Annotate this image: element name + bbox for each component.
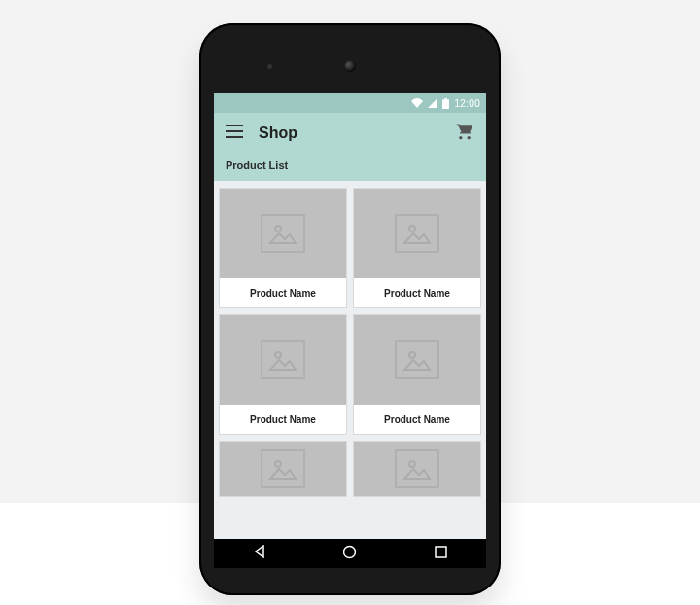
- image-placeholder-icon: [261, 340, 305, 379]
- home-icon: [342, 545, 357, 563]
- wifi-icon: [411, 98, 423, 108]
- product-card[interactable]: Product Name: [353, 441, 481, 497]
- menu-icon: [226, 125, 243, 142]
- product-name: Product Name: [220, 405, 346, 434]
- cart-button[interactable]: [453, 122, 476, 145]
- product-thumbnail: [220, 315, 346, 405]
- svg-point-5: [409, 352, 415, 358]
- svg-point-8: [344, 546, 356, 557]
- page-title: Shop: [259, 125, 453, 142]
- product-thumbnail: [354, 189, 480, 278]
- image-placeholder-icon: [261, 214, 305, 253]
- phone-frame: 12:00 Shop Product List: [199, 23, 501, 595]
- app-bar: Shop: [214, 113, 486, 154]
- back-icon: [253, 545, 266, 562]
- svg-point-2: [275, 226, 281, 231]
- product-thumbnail: [354, 442, 480, 496]
- product-card[interactable]: Product Name: [219, 314, 347, 435]
- subheader: Product List: [214, 154, 486, 181]
- svg-point-6: [275, 461, 281, 467]
- product-card[interactable]: Product Name: [353, 188, 481, 308]
- subheader-label: Product List: [226, 160, 288, 171]
- product-card[interactable]: Product Name: [219, 188, 347, 308]
- image-placeholder-icon: [395, 340, 439, 379]
- image-placeholder-icon: [395, 214, 439, 253]
- product-thumbnail: [354, 315, 480, 405]
- product-card[interactable]: Product Name: [219, 441, 347, 497]
- status-bar: 12:00: [214, 93, 486, 113]
- product-name: Product Name: [220, 278, 346, 307]
- status-clock: 12:00: [454, 98, 480, 109]
- product-thumbnail: [220, 442, 346, 496]
- screen: 12:00 Shop Product List: [214, 93, 486, 539]
- svg-rect-1: [445, 98, 448, 99]
- product-card[interactable]: Product Name: [353, 314, 481, 435]
- svg-rect-9: [436, 547, 446, 557]
- image-placeholder-icon: [261, 449, 305, 488]
- signal-icon: [428, 98, 438, 108]
- cart-icon: [455, 122, 474, 145]
- image-placeholder-icon: [395, 449, 439, 488]
- android-nav-bar: [214, 539, 486, 568]
- recents-icon: [435, 545, 447, 562]
- proximity-sensor: [267, 64, 272, 69]
- front-camera: [344, 60, 356, 72]
- svg-point-7: [409, 461, 415, 467]
- product-scroll[interactable]: Product Name Product Name: [214, 183, 486, 539]
- svg-rect-0: [443, 99, 450, 109]
- product-grid: Product Name Product Name: [219, 188, 481, 497]
- product-name: Product Name: [354, 278, 480, 307]
- svg-point-3: [409, 226, 415, 231]
- battery-icon: [442, 98, 449, 109]
- home-button[interactable]: [332, 542, 368, 565]
- menu-button[interactable]: [224, 123, 245, 144]
- recents-button[interactable]: [423, 542, 458, 565]
- back-button[interactable]: [242, 542, 277, 565]
- product-name: Product Name: [354, 405, 480, 434]
- product-thumbnail: [220, 189, 346, 278]
- svg-point-4: [275, 352, 281, 358]
